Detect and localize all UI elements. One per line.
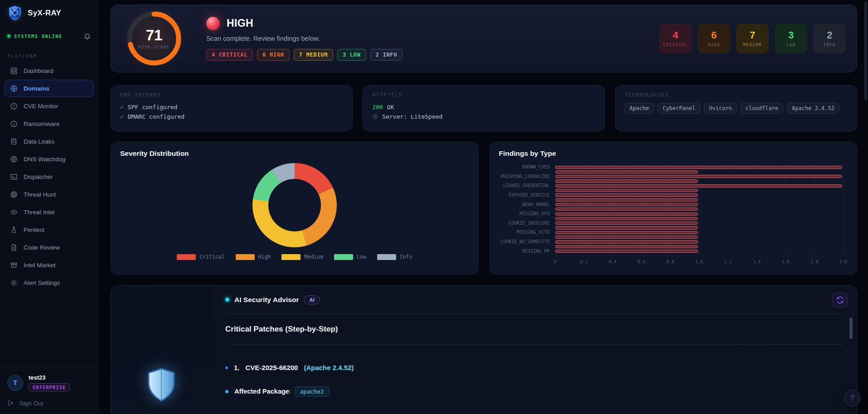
tile-count: 2: [827, 30, 832, 40]
category-label-missing-xcto: MISSING_XCTO: [499, 230, 550, 235]
sidebar-item-label: Data Leaks: [24, 138, 54, 145]
finding-bar: [555, 231, 698, 234]
legend-item-medium: Medium: [281, 254, 323, 260]
sidebar-item-pentest[interactable]: Pentest: [5, 221, 94, 238]
category-label-cookie-no-samesite: COOKIE_NO_SAMESITE: [499, 239, 550, 244]
findings-bar-chart: 00.20.40.60.81.01.21.41.61.82.0KNOWN_CVE…: [499, 163, 848, 268]
sidebar-item-threat-intel[interactable]: Threat Intel: [5, 203, 94, 221]
finding-bar: [555, 198, 698, 202]
finding-bar: [555, 184, 842, 188]
advisor-shield-panel: [111, 286, 212, 414]
sidebar-item-label: Threat Intel: [24, 209, 54, 216]
severity-tile-row: 4CRITICAL6HIGH7MEDIUM3LOW2INFO: [659, 24, 846, 53]
globe-icon: [10, 85, 18, 92]
dns-check-line: ✓SPF configured: [120, 102, 343, 112]
plan-badge: ENTERPRISE: [29, 383, 70, 391]
sidebar-item-alert-settings[interactable]: Alert Settings: [5, 274, 94, 291]
cve-number: 1.: [234, 364, 240, 371]
glow-shield-icon: [145, 367, 178, 403]
scan-info-row: DNS RECORDS ✓SPF configured✓DMARC config…: [111, 85, 857, 131]
advisor-section-heading: Critical Patches (Step-by-Step): [225, 325, 843, 334]
finding-bar: [555, 175, 842, 178]
separator: :: [289, 388, 291, 395]
severity-badge-info: 2 INFO: [370, 49, 403, 61]
category-label-missing-pp: MISSING_PP: [499, 249, 550, 254]
advisor-affected-item: Affected Package: apache2: [225, 388, 843, 395]
page-scrollbar[interactable]: [863, 0, 868, 414]
advisor-cve-item: 1. CVE-2025-66200 (Apache 2.4.52): [225, 364, 843, 371]
advisor-title: AI Security Advisor: [234, 296, 299, 304]
x-tick-label: 1.4: [753, 259, 761, 264]
sidebar-item-cve-monitor[interactable]: CVE Monitor: [5, 97, 94, 115]
advisor-refresh-button[interactable]: [832, 292, 848, 308]
findings-by-type-title: Findings by Type: [499, 149, 848, 158]
system-status-text: SYSTEMS ONLINE: [14, 34, 63, 39]
sidebar-item-label: Ransomware: [24, 120, 60, 127]
finding-bar: [555, 236, 698, 239]
sidebar-item-code-review[interactable]: Code Review: [5, 239, 94, 256]
sign-out-button[interactable]: Sign Out: [7, 400, 91, 407]
cve-package-suffix: (Apache 2.4.52): [304, 364, 354, 371]
server-line: Server: LiteSpeed: [382, 112, 442, 121]
advisor-header: AI Security Advisor AI: [225, 286, 843, 314]
sidebar-item-dashboard[interactable]: Dashboard: [5, 62, 94, 79]
dns-check-line: ✓DMARC configured: [120, 112, 343, 121]
finding-bar: [555, 166, 842, 169]
help-button[interactable]: ?: [844, 390, 861, 407]
target-icon: [10, 191, 18, 198]
affected-package-chip: apache2: [295, 386, 330, 397]
sidebar-item-dispatcher[interactable]: Dispatcher: [5, 168, 94, 185]
archive-icon: [10, 261, 18, 269]
legend-label: Info: [400, 254, 412, 260]
sidebar-item-domains[interactable]: Domains: [5, 80, 94, 97]
category-label-weak-dmarc: WEAK_DMARC: [499, 202, 550, 207]
category-label-cookie-insecure: COOKIE_INSECURE: [499, 221, 550, 226]
sidebar-item-label: Alert Settings: [24, 279, 60, 286]
http-status-code: 200: [372, 102, 383, 112]
sidebar-item-label: Dispatcher: [24, 173, 53, 180]
finding-bar: [555, 217, 698, 220]
http-status-text: OK: [387, 102, 394, 112]
sidebar-item-dns-watchdog[interactable]: DNS Watchdog: [5, 150, 94, 168]
terminal-icon: [10, 173, 18, 181]
legend-item-high: High: [236, 254, 271, 260]
charts-row: Severity Distribution CriticalHighMedium…: [111, 142, 857, 274]
x-tick-label: 1.8: [810, 259, 818, 264]
advisor-status-dot: [225, 298, 229, 302]
sidebar-nav: DashboardDomainsCVE MonitorRansomwareDat…: [0, 62, 98, 292]
technology-chip-cloudflare: cloudflare: [741, 103, 783, 114]
app-logo-row: SyX-RAY: [0, 0, 98, 26]
sidebar-item-ransomware[interactable]: Ransomware: [5, 115, 94, 132]
system-status-row: SYSTEMS ONLINE: [0, 26, 98, 46]
sidebar-item-intel-market[interactable]: Intel Market: [5, 256, 94, 274]
ai-badge: AI: [304, 295, 320, 304]
sidebar-item-threat-hunt[interactable]: Threat Hunt: [5, 186, 94, 203]
finding-bar: [555, 203, 698, 206]
ai-advisor-card: AI Security Advisor AI Critical Patches …: [111, 285, 857, 414]
findings-by-type-card: Findings by Type 00.20.40.60.81.01.21.41…: [490, 142, 858, 274]
online-dot: [7, 34, 10, 38]
tile-count: 3: [788, 30, 794, 40]
risk-summary-card: 71 RISK SCORE HIGH Scan complete. Review…: [111, 5, 857, 72]
notifications-bell-icon[interactable]: [83, 32, 91, 40]
sidebar-item-label: Pentest: [24, 226, 44, 233]
sidebar-item-data-leaks[interactable]: Data Leaks: [5, 133, 94, 150]
page-scrollbar-thumb[interactable]: [864, 1, 867, 101]
advisor-scrollbar-thumb[interactable]: [849, 318, 853, 339]
tile-count: 7: [750, 30, 755, 40]
shield-logo-icon: [7, 5, 23, 21]
finding-bar: [555, 207, 698, 211]
legend-label: Low: [357, 254, 366, 260]
finding-bar: [555, 179, 698, 183]
x-tick-label: 0.2: [580, 259, 588, 264]
user-row: T test23 ENTERPRISE: [7, 374, 91, 391]
severity-tile-high: 6HIGH: [698, 24, 730, 53]
category-label-leaked-credential: LEAKED_CREDENTIAL: [499, 183, 550, 188]
logout-icon: [7, 400, 15, 407]
severity-tile-medium: 7MEDIUM: [736, 24, 769, 53]
category-label-phishing-lookalike: PHISHING_LOOKALIKE: [499, 174, 550, 179]
x-tick-label: 1.6: [782, 259, 790, 264]
main-content: 71 RISK SCORE HIGH Scan complete. Review…: [99, 0, 868, 414]
http-tls-card: HTTP/TLS 200 OK Server: LiteSpeed: [363, 85, 605, 131]
category-label-missing-xfo: MISSING_XFO: [499, 211, 550, 216]
